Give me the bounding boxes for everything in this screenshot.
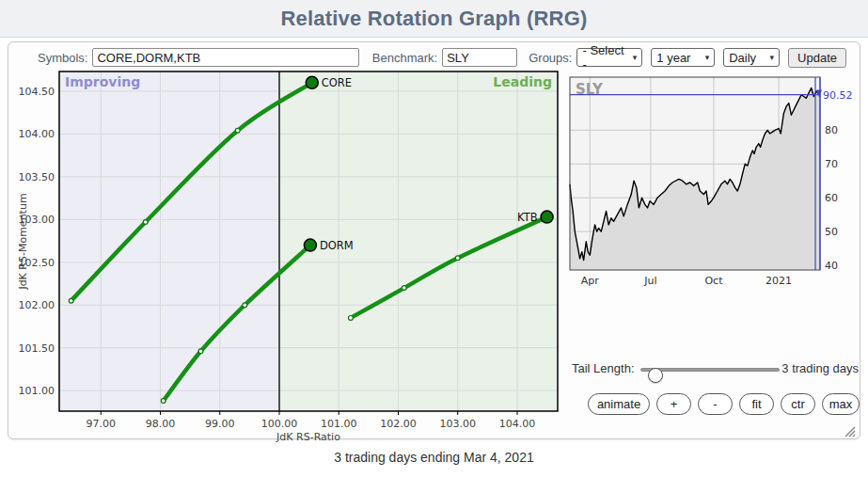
sly-last-price-label: 90.52 — [823, 89, 853, 102]
x-axis-title: JdK RS-Ratio — [276, 431, 340, 443]
svg-text:102.00: 102.00 — [19, 299, 55, 311]
symbols-label: Symbols: — [38, 51, 87, 65]
svg-text:98.00: 98.00 — [146, 418, 176, 430]
app-header: Relative Rotation Graph (RRG) — [0, 0, 868, 38]
svg-text:101.00: 101.00 — [321, 418, 357, 430]
svg-text:100.00: 100.00 — [261, 418, 298, 430]
svg-text:101.50: 101.50 — [19, 342, 55, 355]
chevron-down-icon: ▾ — [770, 53, 775, 62]
y-axis-title: JdK RS-Momentum — [17, 193, 29, 290]
symbols-input[interactable] — [92, 48, 358, 67]
rrg-dot-CORE — [306, 76, 318, 88]
rrg-symbol-label: KTB — [517, 211, 538, 224]
svg-text:104.00: 104.00 — [19, 128, 55, 140]
toolbar: Symbols: Benchmark: Groups: - Select - ▾… — [38, 47, 846, 68]
groups-select[interactable]: - Select - ▾ — [576, 48, 642, 67]
zoom-out-button[interactable]: - — [698, 393, 733, 415]
rrg-symbol-label: DORM — [320, 239, 354, 252]
tail-length-control: Tail Length: 3 trading days — [572, 360, 859, 377]
svg-text:104.50: 104.50 — [19, 86, 55, 98]
groups-select-value: - Select - — [582, 43, 626, 72]
svg-text:97.00: 97.00 — [87, 418, 117, 430]
center-button[interactable]: ctr — [781, 393, 815, 415]
improving-label: Improving — [65, 74, 140, 89]
leading-label: Leading — [493, 74, 552, 89]
chevron-down-icon: ▾ — [633, 53, 638, 62]
svg-text:99.00: 99.00 — [205, 418, 235, 430]
svg-text:50: 50 — [825, 226, 838, 238]
fit-button[interactable]: fit — [739, 393, 774, 415]
benchmark-mini-chart: SLY405060708090.52AprJulOct2021 — [562, 70, 863, 288]
rrg-dot-DORM — [304, 239, 316, 251]
benchmark-input[interactable] — [442, 48, 517, 67]
period-select-value: 1 year — [656, 51, 690, 65]
svg-text:101.00: 101.00 — [19, 385, 55, 397]
svg-text:103.00: 103.00 — [439, 418, 476, 430]
svg-text:60: 60 — [825, 192, 838, 204]
update-button[interactable]: Update — [788, 48, 846, 68]
tail-length-value: 3 trading days — [774, 361, 859, 375]
page-title: Relative Rotation Graph (RRG) — [280, 7, 587, 31]
svg-text:2021: 2021 — [765, 275, 792, 287]
footer-caption: 3 trading days ending Mar 4, 2021 — [0, 450, 868, 465]
svg-text:80: 80 — [825, 124, 838, 136]
period-select[interactable]: 1 year ▾ — [651, 48, 715, 67]
svg-text:40: 40 — [825, 260, 838, 272]
svg-text:Apr: Apr — [581, 275, 600, 287]
svg-text:104.00: 104.00 — [499, 418, 536, 430]
svg-text:103.50: 103.50 — [19, 171, 55, 183]
sly-chart-title: SLY — [576, 81, 604, 98]
rrg-chart[interactable]: ImprovingLeadingCOREDORMKTB97.0098.0099.… — [15, 68, 564, 444]
chevron-down-icon: ▾ — [705, 53, 710, 62]
tail-length-label: Tail Length: — [572, 361, 635, 375]
benchmark-label: Benchmark: — [372, 51, 437, 65]
rrg-symbol-label: CORE — [322, 76, 352, 89]
svg-text:70: 70 — [825, 158, 838, 170]
frequency-select-value: Daily — [729, 51, 756, 65]
tail-length-slider-handle[interactable] — [648, 368, 663, 383]
chart-button-row: animate + - fit ctr max — [588, 393, 860, 415]
rrg-dot-KTB — [541, 211, 553, 223]
svg-text:102.00: 102.00 — [380, 418, 417, 430]
maximize-button[interactable]: max — [822, 393, 860, 415]
groups-label: Groups: — [529, 51, 572, 65]
svg-text:Oct: Oct — [704, 275, 723, 287]
svg-text:Jul: Jul — [643, 275, 656, 287]
zoom-in-button[interactable]: + — [656, 393, 691, 415]
frequency-select[interactable]: Daily ▾ — [723, 48, 780, 67]
resize-handle-icon[interactable] — [844, 425, 857, 437]
animate-button[interactable]: animate — [588, 393, 650, 415]
tail-length-slider-track[interactable] — [640, 368, 780, 372]
